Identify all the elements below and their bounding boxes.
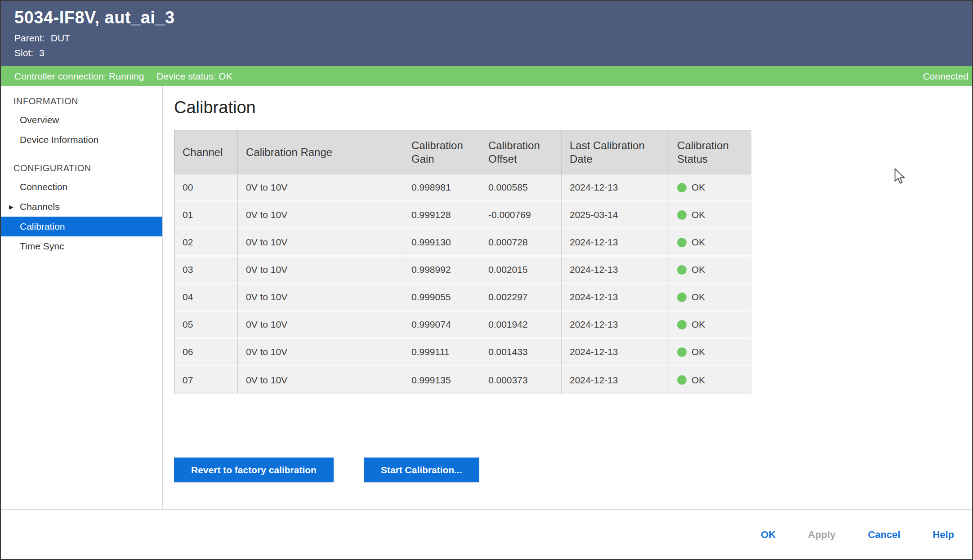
cell-gain: 0.999130 [403,229,480,257]
col-header-offset: Calibration Offset [480,130,562,174]
cell-range: 0V to 10V [238,284,403,311]
help-button[interactable]: Help [933,529,954,541]
revert-factory-calibration-button[interactable]: Revert to factory calibration [174,458,334,482]
cell-date: 2024-12-13 [562,366,669,394]
sidebar-item-label: Channels [20,201,60,212]
cell-channel: 05 [174,311,238,339]
parent-value: DUT [51,33,70,43]
col-header-date: Last Calibration Date [562,130,669,174]
parent-label: Parent: [14,33,45,43]
expand-arrow-icon[interactable]: ▶ [9,204,13,210]
page-title: Calibration [174,98,972,117]
cell-channel: 03 [174,257,238,284]
connection-state-badge: Connected [923,71,969,82]
cell-gain: 0.998992 [403,257,480,284]
cell-offset: 0.002297 [480,284,562,311]
sidebar-item-overview[interactable]: Overview [1,110,162,130]
cell-channel: 07 [174,366,238,394]
cell-range: 0V to 10V [238,202,403,229]
cell-gain: 0.999055 [403,284,480,311]
table-row: 03 0V to 10V 0.998992 0.002015 2024-12-1… [174,257,751,284]
cell-range: 0V to 10V [238,311,403,339]
status-bar-left: Controller connection: Running Device st… [14,71,232,82]
ok-button[interactable]: OK [761,529,776,541]
cell-channel: 06 [174,339,238,366]
cell-status: OK [669,202,751,229]
sidebar-item-time-sync[interactable]: Time Sync [1,236,162,256]
cell-channel: 00 [174,174,238,202]
table-header-row: Channel Calibration Range Calibration Ga… [174,130,751,174]
sidebar-item-label: Connection [20,182,67,192]
section-information: INFORMATION [1,92,162,110]
cell-gain: 0.999074 [403,311,480,339]
cell-range: 0V to 10V [238,339,403,366]
apply-button[interactable]: Apply [808,529,835,541]
cell-gain: 0.999128 [403,202,480,229]
sidebar-item-label: Time Sync [20,241,64,252]
sidebar-item-channels[interactable]: ▶ Channels [1,197,162,217]
status-label: OK [692,292,705,302]
slot-value: 3 [39,48,45,58]
status-ok-icon [677,375,687,385]
cell-status: OK [669,284,751,311]
cell-range: 0V to 10V [238,257,403,284]
status-ok-icon [677,183,687,192]
status-ok-icon [677,320,687,329]
status-label: OK [692,209,705,220]
cell-range: 0V to 10V [238,229,403,257]
status-label: OK [692,182,705,193]
sidebar-item-connection[interactable]: Connection [1,177,162,197]
table-row: 04 0V to 10V 0.999055 0.002297 2024-12-1… [174,284,751,311]
cell-gain: 0.999111 [403,339,480,366]
slot-row: Slot:3 [14,48,972,58]
cell-offset: 0.000585 [480,174,562,202]
sidebar-item-label: Calibration [20,221,65,232]
section-configuration: CONFIGURATION [1,159,162,177]
status-ok-icon [677,210,687,220]
device-status: Device status: OK [156,71,232,82]
cell-date: 2024-12-13 [562,174,669,202]
dialog-footer: OK Apply Cancel Help [1,509,972,560]
cell-channel: 02 [174,229,238,257]
cell-gain: 0.998981 [403,174,480,202]
cell-status: OK [669,174,751,202]
cell-date: 2024-12-13 [562,229,669,257]
cell-status: OK [669,311,751,339]
sidebar-item-device-information[interactable]: Device Information [1,130,162,150]
calibration-actions: Revert to factory calibration Start Cali… [174,458,972,482]
sidebar: INFORMATION Overview Device Information … [1,86,163,509]
cell-range: 0V to 10V [238,366,403,394]
status-ok-icon [677,265,687,275]
cell-date: 2024-12-13 [562,311,669,339]
slot-label: Slot: [14,48,33,58]
status-bar: Controller connection: Running Device st… [1,66,972,86]
table-row: 05 0V to 10V 0.999074 0.001942 2024-12-1… [174,311,751,339]
cell-date: 2024-12-13 [562,284,669,311]
cell-offset: 0.000373 [480,366,562,394]
calibration-table: Channel Calibration Range Calibration Ga… [174,130,751,394]
sidebar-item-calibration[interactable]: Calibration [1,217,162,236]
col-header-gain: Calibration Gain [403,130,480,174]
titlebar: 5034-IF8V, aut_ai_3 Parent:DUT Slot:3 [1,1,972,66]
cell-status: OK [669,339,751,366]
table-row: 02 0V to 10V 0.999130 0.000728 2024-12-1… [174,229,751,257]
status-label: OK [692,264,705,275]
status-label: OK [692,319,705,330]
cell-offset: -0.000769 [480,202,562,229]
status-label: OK [692,237,705,248]
cell-offset: 0.001942 [480,311,562,339]
status-label: OK [692,375,705,386]
start-calibration-button[interactable]: Start Calibration... [364,458,479,482]
col-header-channel: Channel [174,130,238,174]
table-row: 01 0V to 10V 0.999128 -0.000769 2025-03-… [174,202,751,229]
cancel-button[interactable]: Cancel [868,529,900,541]
content-area: INFORMATION Overview Device Information … [1,86,972,509]
cell-date: 2025-03-14 [562,202,669,229]
table-row: 00 0V to 10V 0.998981 0.000585 2024-12-1… [174,174,751,202]
cell-channel: 04 [174,284,238,311]
status-ok-icon [677,293,687,302]
table-row: 06 0V to 10V 0.999111 0.001433 2024-12-1… [174,339,751,366]
cell-status: OK [669,229,751,257]
cell-offset: 0.000728 [480,229,562,257]
device-title: 5034-IF8V, aut_ai_3 [14,8,972,27]
